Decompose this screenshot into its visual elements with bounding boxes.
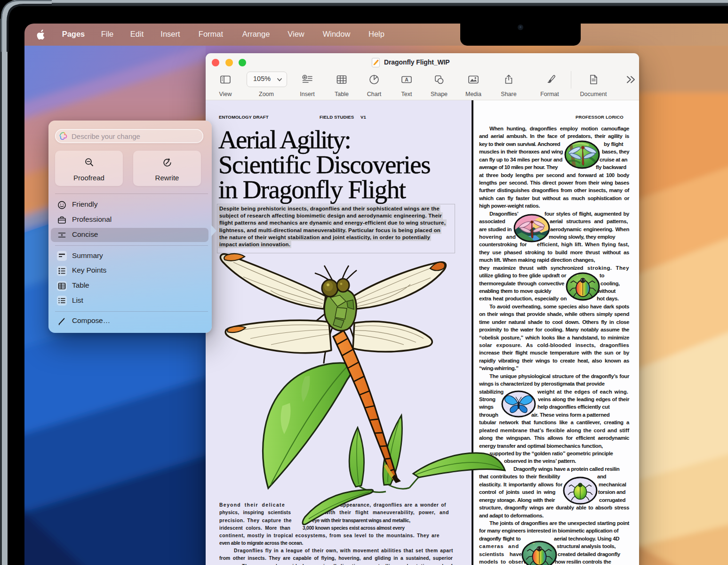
svg-text:A: A: [405, 77, 408, 82]
